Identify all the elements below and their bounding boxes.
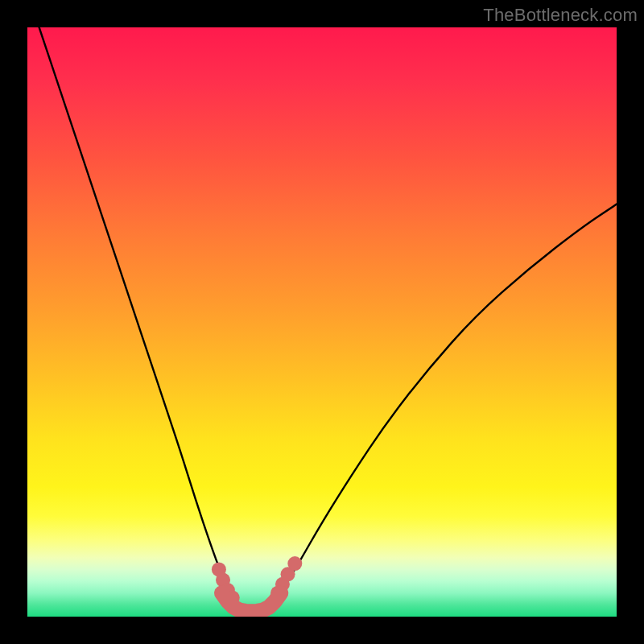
chart-svg <box>27 27 617 617</box>
chart-frame: TheBottleneck.com <box>0 0 644 644</box>
watermark-text: TheBottleneck.com <box>483 5 638 26</box>
curve <box>39 27 246 613</box>
curve <box>269 204 617 608</box>
data-point <box>287 556 302 571</box>
bottom-band <box>222 593 281 612</box>
plot-area <box>27 27 617 617</box>
